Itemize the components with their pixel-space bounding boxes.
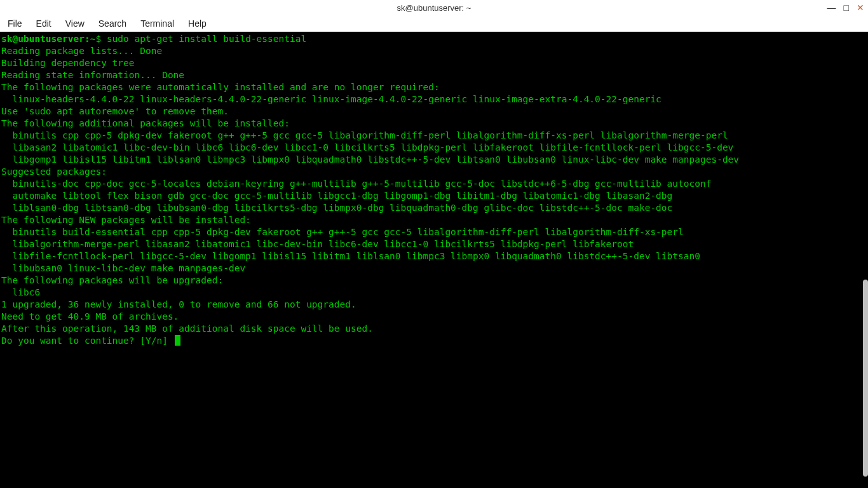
terminal-output-line: binutils cpp cpp-5 dpkg-dev fakeroot g++… xyxy=(1,130,867,142)
terminal-output-line: The following packages will be upgraded: xyxy=(1,274,867,287)
terminal-output-line: The following NEW packages will be insta… xyxy=(1,214,867,226)
terminal-output-line: binutils-doc cpp-doc gcc-5-locales debia… xyxy=(1,178,867,190)
menu-search[interactable]: Search xyxy=(96,17,129,30)
terminal-output-line: libfile-fcntllock-perl libgcc-5-dev libg… xyxy=(1,250,867,262)
terminal-output-line: binutils build-essential cpp cpp-5 dpkg-… xyxy=(1,226,867,238)
terminal-output-line: Reading package lists... Done xyxy=(1,45,867,57)
menu-file[interactable]: File xyxy=(5,17,25,30)
terminal-prompt-line: sk@ubuntuserver:~$ sudo apt-get install … xyxy=(1,33,867,45)
terminal-output-line: Need to get 40.9 MB of archives. xyxy=(1,311,867,323)
terminal-output-line: liblsan0-dbg libtsan0-dbg libubsan0-dbg … xyxy=(1,202,867,214)
minimize-button[interactable]: — xyxy=(827,3,836,12)
terminal-output-line: libubsan0 linux-libc-dev make manpages-d… xyxy=(1,262,867,274)
terminal-cursor xyxy=(175,335,180,346)
terminal-output-line: 1 upgraded, 36 newly installed, 0 to rem… xyxy=(1,299,867,311)
menu-edit[interactable]: Edit xyxy=(34,17,54,30)
window-controls: — □ ✕ xyxy=(827,0,864,15)
maximize-button[interactable]: □ xyxy=(844,3,849,12)
terminal-output-line: libc6 xyxy=(1,287,867,299)
terminal-viewport[interactable]: sk@ubuntuserver:~$ sudo apt-get install … xyxy=(0,32,868,488)
terminal-output-line: automake libtool flex bison gdb gcc-doc … xyxy=(1,190,867,202)
terminal-output-line: libalgorithm-merge-perl libasan2 libatom… xyxy=(1,238,867,250)
terminal-output-line: libasan2 libatomic1 libc-dev-bin libc6 l… xyxy=(1,142,867,154)
terminal-output-line: Do you want to continue? [Y/n] xyxy=(1,335,867,347)
terminal-output-line: Reading state information... Done xyxy=(1,69,867,81)
terminal-output-line: The following additional packages will b… xyxy=(1,118,867,130)
scrollbar-thumb[interactable] xyxy=(863,280,868,477)
menu-view[interactable]: View xyxy=(63,17,87,30)
terminal-output-line: The following packages were automaticall… xyxy=(1,81,867,93)
prompt-user-host: sk@ubuntuserver xyxy=(1,34,85,44)
prompt-dollar: $ xyxy=(95,34,101,44)
terminal-output-line: Suggested packages: xyxy=(1,166,867,178)
prompt-separator: : xyxy=(85,34,90,44)
title-bar: sk@ubuntuserver: ~ — □ ✕ xyxy=(0,0,868,15)
menu-terminal[interactable]: Terminal xyxy=(138,17,177,30)
menu-help[interactable]: Help xyxy=(186,17,209,30)
terminal-output-line: Use 'sudo apt autoremove' to remove them… xyxy=(1,105,867,118)
terminal-output-line: After this operation, 143 MB of addition… xyxy=(1,323,867,335)
terminal-output-line: libgomp1 libisl15 libitm1 liblsan0 libmp… xyxy=(1,154,867,166)
terminal-output-line: linux-headers-4.4.0-22 linux-headers-4.4… xyxy=(1,93,867,105)
close-button[interactable]: ✕ xyxy=(857,3,864,12)
terminal-output-line: Building dependency tree xyxy=(1,57,867,69)
menu-bar: File Edit View Search Terminal Help xyxy=(0,15,868,32)
window-title: sk@ubuntuserver: ~ xyxy=(397,3,471,13)
terminal-output-text: Do you want to continue? [Y/n] xyxy=(1,336,173,346)
prompt-command: sudo apt-get install build-essential xyxy=(101,34,306,44)
